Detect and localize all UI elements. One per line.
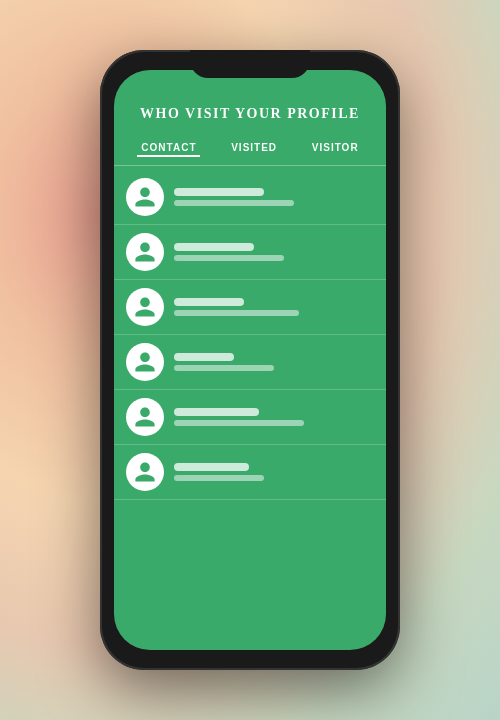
contact-list (114, 166, 386, 650)
contact-item[interactable] (114, 390, 386, 445)
avatar (126, 288, 164, 326)
avatar (126, 178, 164, 216)
contact-info (174, 463, 264, 481)
contact-sub (174, 475, 264, 481)
contact-name (174, 243, 254, 251)
contact-sub (174, 420, 304, 426)
phone-screen: WHO VISIT YOUR PROFILE CONTACT VISITED V… (114, 70, 386, 650)
contact-info (174, 298, 299, 316)
tab-visited[interactable]: VISITED (227, 140, 281, 157)
avatar (126, 398, 164, 436)
contact-item[interactable] (114, 280, 386, 335)
contact-name (174, 188, 264, 196)
contact-sub (174, 255, 284, 261)
tab-bar: CONTACT VISITED VISITOR (114, 132, 386, 166)
phone-shell: WHO VISIT YOUR PROFILE CONTACT VISITED V… (100, 50, 400, 670)
contact-item[interactable] (114, 445, 386, 500)
avatar (126, 453, 164, 491)
contact-name (174, 408, 259, 416)
contact-item[interactable] (114, 170, 386, 225)
avatar (126, 233, 164, 271)
contact-info (174, 408, 304, 426)
contact-item[interactable] (114, 225, 386, 280)
tab-contact[interactable]: CONTACT (137, 140, 200, 157)
contact-sub (174, 365, 274, 371)
contact-item[interactable] (114, 335, 386, 390)
screen-header: WHO VISIT YOUR PROFILE (114, 70, 386, 132)
contact-name (174, 353, 234, 361)
contact-info (174, 353, 274, 371)
contact-sub (174, 310, 299, 316)
phone-notch (190, 50, 310, 78)
contact-info (174, 243, 284, 261)
contact-sub (174, 200, 294, 206)
screen-title: WHO VISIT YOUR PROFILE (130, 106, 370, 122)
contact-info (174, 188, 294, 206)
tab-visitor[interactable]: VISITOR (308, 140, 363, 157)
avatar (126, 343, 164, 381)
contact-name (174, 463, 249, 471)
contact-name (174, 298, 244, 306)
